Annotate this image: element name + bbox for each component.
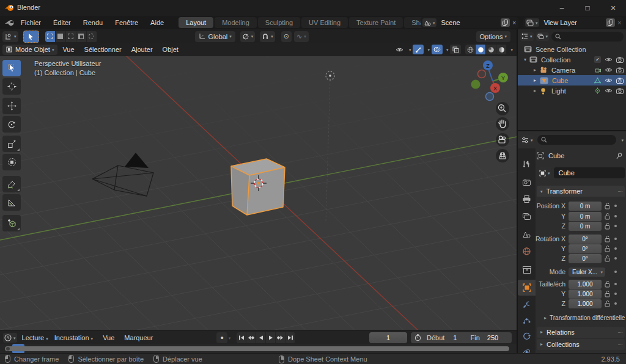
- outliner-display-mode-button[interactable]: ▾: [536, 32, 550, 41]
- object-id-icon-button[interactable]: ▾: [538, 167, 551, 178]
- play-reverse-button[interactable]: [256, 332, 266, 343]
- tab-modeling[interactable]: Modeling: [215, 17, 257, 28]
- gizmo-neg-y[interactable]: [471, 80, 481, 89]
- lock-icon[interactable]: [605, 246, 611, 252]
- object-name-field[interactable]: Cube: [554, 167, 625, 178]
- scene-type-dropdown[interactable]: ▾: [422, 18, 436, 27]
- select-mode-set[interactable]: [45, 31, 56, 42]
- animate-dot[interactable]: [614, 225, 617, 227]
- shading-material-preview[interactable]: [486, 45, 496, 54]
- start-frame-value[interactable]: 1: [453, 334, 457, 341]
- select-mode-invert[interactable]: [76, 31, 87, 42]
- properties-search-input[interactable]: [537, 135, 617, 145]
- menu-editer[interactable]: Éditer: [47, 16, 77, 29]
- outliner-row-collection[interactable]: ▾ Collection ✓: [518, 54, 626, 65]
- expand-arrow-icon[interactable]: ▸: [534, 68, 536, 73]
- menu-fenetre[interactable]: Fenêtre: [109, 16, 144, 29]
- auto-key-record-button[interactable]: ●: [216, 332, 227, 343]
- hide-eye-icon[interactable]: [605, 67, 613, 73]
- properties-editor-type-button[interactable]: ▾: [520, 135, 534, 145]
- scene-name[interactable]: Scene: [441, 19, 460, 26]
- scale-y-field[interactable]: 1.000: [569, 289, 602, 299]
- menu-rendu[interactable]: Rendu: [77, 16, 109, 29]
- scale-z-field[interactable]: 1.000: [569, 299, 602, 308]
- outliner-row-camera[interactable]: ▸ Camera: [518, 65, 626, 75]
- gizmo-neg-x[interactable]: [478, 70, 486, 78]
- hide-eye-icon[interactable]: [605, 78, 613, 83]
- pivot-point-dropdown[interactable]: ▾: [240, 31, 256, 42]
- disable-render-camera-icon[interactable]: [616, 57, 624, 63]
- lock-icon[interactable]: [605, 291, 611, 297]
- position-y-field[interactable]: 0 m: [569, 212, 602, 221]
- animate-dot[interactable]: [614, 215, 617, 217]
- overlays-toggle[interactable]: [432, 45, 443, 54]
- menu-aide[interactable]: Aide: [144, 16, 170, 29]
- show-object-types-dropdown[interactable]: [394, 45, 405, 54]
- outliner-row-cube[interactable]: ▸ Cube: [518, 75, 626, 86]
- end-frame-value[interactable]: 250: [487, 334, 498, 341]
- blender-menu-icon[interactable]: [5, 19, 15, 27]
- animate-dot[interactable]: [614, 238, 617, 240]
- active-tool-button[interactable]: [23, 31, 39, 43]
- jump-to-start-button[interactable]: [237, 332, 246, 343]
- remove-view-layer-button[interactable]: ×: [615, 20, 624, 26]
- timeline-editor-type-button[interactable]: ▾: [3, 333, 17, 343]
- pin-icon[interactable]: [616, 153, 622, 159]
- collections-panel-header[interactable]: ▸ Collections ····: [537, 339, 625, 350]
- animate-dot[interactable]: [614, 257, 617, 260]
- viewport-3d[interactable]: Mode Objet ▾ Vue Sélectionner Ajouter Ob…: [0, 43, 517, 330]
- rotation-y-field[interactable]: 0°: [569, 244, 602, 253]
- tab-uv-editing[interactable]: UV Editing: [301, 17, 348, 28]
- view-menu[interactable]: Vue: [57, 46, 79, 53]
- tab-physics[interactable]: [518, 328, 536, 344]
- marker-menu[interactable]: Marqueur: [119, 334, 158, 341]
- tool-scale[interactable]: [2, 136, 21, 152]
- tool-select-box[interactable]: [2, 60, 21, 76]
- lock-icon[interactable]: [605, 223, 611, 230]
- lock-icon[interactable]: [605, 203, 611, 209]
- tab-particles[interactable]: [518, 312, 536, 328]
- camera-view-button[interactable]: [496, 133, 509, 147]
- transform-panel-header[interactable]: ▾ Transformer ····: [537, 186, 625, 197]
- disable-render-camera-icon[interactable]: [616, 67, 624, 73]
- tool-annotate[interactable]: [2, 176, 21, 192]
- animate-dot[interactable]: [614, 247, 617, 250]
- tab-constraints[interactable]: [518, 344, 536, 353]
- mode-dropdown[interactable]: Mode Objet ▾: [2, 45, 57, 55]
- position-x-field[interactable]: 0 m: [569, 202, 602, 211]
- relations-panel-header[interactable]: ▸ Relations ····: [537, 327, 625, 338]
- select-mode-intersect[interactable]: [87, 31, 97, 42]
- hide-eye-icon[interactable]: [605, 88, 613, 93]
- select-menu[interactable]: Sélectionner: [79, 46, 127, 53]
- gizmos-toggle[interactable]: [413, 45, 424, 54]
- tab-layout[interactable]: Layout: [179, 17, 213, 28]
- snap-dropdown[interactable]: ▾: [260, 31, 275, 42]
- hide-eye-icon[interactable]: [605, 57, 613, 62]
- gizmo-neg-z[interactable]: [486, 93, 494, 101]
- properties-options-dropdown[interactable]: ▾: [621, 138, 624, 142]
- tool-cursor[interactable]: [2, 78, 21, 95]
- perspective-toggle-button[interactable]: [496, 149, 509, 162]
- viewport-canvas[interactable]: Z Y X: [0, 43, 517, 330]
- timeline-scrollbar[interactable]: [5, 346, 509, 351]
- prev-keyframe-button[interactable]: [246, 332, 256, 343]
- proportional-falloff-dropdown[interactable]: ∿ ▾: [294, 31, 309, 42]
- close-button[interactable]: ×: [600, 0, 626, 16]
- panel-drag-dots[interactable]: ····: [617, 188, 622, 194]
- keying-menu[interactable]: Incrustation▾: [53, 334, 98, 341]
- animate-dot[interactable]: [614, 205, 617, 207]
- lock-icon[interactable]: [605, 255, 611, 262]
- lock-icon[interactable]: [605, 236, 611, 242]
- minimize-button[interactable]: –: [549, 0, 575, 16]
- options-dropdown[interactable]: Options ▾: [476, 31, 510, 42]
- tab-texture-paint[interactable]: Texture Paint: [349, 17, 403, 28]
- next-keyframe-button[interactable]: [276, 332, 285, 343]
- outliner-row-scene-collection[interactable]: Scene Collection: [518, 44, 626, 54]
- tab-render[interactable]: [518, 174, 536, 190]
- pan-hand-button[interactable]: [496, 117, 509, 131]
- lock-icon[interactable]: [605, 213, 611, 220]
- unlink-scene-button[interactable]: ×: [510, 20, 518, 26]
- jump-to-end-button[interactable]: [285, 332, 295, 343]
- expand-arrow-icon[interactable]: ▸: [534, 89, 536, 93]
- shading-rendered[interactable]: [496, 45, 507, 54]
